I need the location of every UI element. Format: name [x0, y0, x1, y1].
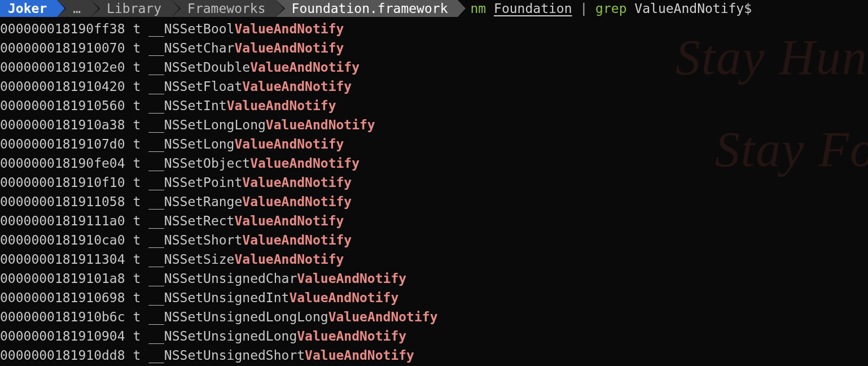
- output-line: 0000000181911304 t __NSSetSizeValueAndNo…: [0, 250, 868, 269]
- symbol-type: t: [133, 213, 141, 228]
- symbol-address: 0000000181910698: [0, 290, 125, 305]
- symbol-type: t: [133, 21, 141, 36]
- breadcrumb-item-label: Frameworks: [187, 1, 265, 16]
- symbol-prefix: __NSSetDouble: [148, 60, 250, 75]
- symbol-type: t: [133, 310, 141, 324]
- terminal-output[interactable]: 000000018190ff38 t __NSSetBoolValueAndNo…: [0, 17, 868, 365]
- output-line: 00000001819102e0 t __NSSetDoubleValueAnd…: [0, 58, 868, 77]
- breadcrumb: Joker … Library Frameworks Foundation.fr…: [0, 0, 868, 17]
- symbol-address: 0000000181910a38: [0, 117, 125, 132]
- symbol-type: t: [133, 117, 141, 132]
- symbol-address: 00000001819102e0: [0, 60, 125, 75]
- output-line: 000000018190fe04 t __NSSetObjectValueAnd…: [0, 154, 868, 173]
- symbol-address: 0000000181910f10: [0, 175, 125, 190]
- breadcrumb-item-label: Library: [107, 1, 161, 16]
- symbol-prefix: __NSSetUnsignedLong: [148, 329, 297, 343]
- grep-match: ValueAndNotify: [297, 271, 406, 286]
- output-line: 0000000181910f10 t __NSSetPointValueAndN…: [0, 173, 868, 192]
- symbol-prefix: __NSSetUnsignedInt: [148, 290, 289, 305]
- grep-match: ValueAndNotify: [250, 60, 360, 75]
- symbol-address: 000000018190fe04: [0, 156, 125, 171]
- symbol-type: t: [133, 137, 141, 151]
- grep-match: ValueAndNotify: [234, 137, 344, 151]
- symbol-type: t: [133, 60, 141, 75]
- symbol-prefix: __NSSetChar: [148, 41, 234, 55]
- symbol-address: 0000000181911304: [0, 252, 125, 267]
- symbol-prefix: __NSSetRange: [148, 194, 242, 209]
- breadcrumb-item-label: Foundation.framework: [292, 1, 448, 16]
- output-line: 0000000181911058 t __NSSetRangeValueAndN…: [0, 192, 868, 211]
- breadcrumb-ellipsis-label: …: [73, 1, 81, 16]
- symbol-type: t: [133, 348, 141, 363]
- symbol-address: 0000000181910904: [0, 329, 125, 343]
- grep-match: ValueAndNotify: [242, 233, 352, 247]
- grep-match: ValueAndNotify: [242, 79, 352, 94]
- cmd-pipe: |: [580, 1, 588, 16]
- grep-match: ValueAndNotify: [234, 213, 344, 228]
- grep-match: ValueAndNotify: [305, 348, 414, 363]
- grep-match: ValueAndNotify: [234, 252, 344, 267]
- grep-match: ValueAndNotify: [234, 21, 344, 36]
- output-line: 000000018190ff38 t __NSSetBoolValueAndNo…: [0, 19, 868, 38]
- symbol-address: 0000000181910ca0: [0, 233, 125, 247]
- output-line: 0000000181910ca0 t __NSSetShortValueAndN…: [0, 230, 868, 250]
- grep-match: ValueAndNotify: [328, 310, 438, 324]
- symbol-type: t: [133, 271, 141, 286]
- symbol-type: t: [133, 175, 141, 190]
- breadcrumb-item-current[interactable]: Foundation.framework: [276, 0, 458, 17]
- symbol-address: 0000000181910420: [0, 79, 125, 94]
- symbol-prefix: __NSSetUnsignedChar: [148, 271, 297, 286]
- output-line: 0000000181910b6c t __NSSetUnsignedLongLo…: [0, 307, 868, 326]
- symbol-type: t: [133, 98, 141, 113]
- symbol-prefix: __NSSetShort: [148, 233, 242, 247]
- symbol-prefix: __NSSetInt: [148, 98, 226, 113]
- grep-match: ValueAndNotify: [266, 117, 375, 132]
- symbol-prefix: __NSSetObject: [148, 156, 250, 171]
- output-line: 00000001819111a0 t __NSSetRectValueAndNo…: [0, 211, 868, 230]
- symbol-prefix: __NSSetRect: [148, 213, 234, 228]
- output-line: 0000000181910698 t __NSSetUnsignedIntVal…: [0, 288, 868, 307]
- symbol-prefix: __NSSetSize: [148, 252, 234, 267]
- symbol-address: 00000001819111a0: [0, 213, 125, 228]
- symbol-address: 000000018190ff38: [0, 21, 125, 36]
- cmd-nm: nm: [470, 1, 486, 16]
- grep-match: ValueAndNotify: [227, 98, 336, 113]
- output-line: 0000000181910420 t __NSSetFloatValueAndN…: [0, 77, 868, 96]
- symbol-address: 0000000181910b6c: [0, 310, 125, 324]
- breadcrumb-item-library[interactable]: Library: [91, 0, 172, 17]
- output-line: 00000001819101a8 t __NSSetUnsignedCharVa…: [0, 269, 868, 288]
- output-line: 0000000181910dd8 t __NSSetUnsignedShortV…: [0, 346, 868, 365]
- command-line[interactable]: nm Foundation | grep ValueAndNotify$: [458, 0, 752, 17]
- breadcrumb-item-frameworks[interactable]: Frameworks: [172, 0, 275, 17]
- grep-match: ValueAndNotify: [242, 194, 352, 209]
- symbol-type: t: [133, 233, 141, 247]
- symbol-type: t: [133, 156, 141, 171]
- symbol-prefix: __NSSetUnsignedShort: [148, 348, 305, 363]
- symbol-address: 00000001819101a8: [0, 271, 125, 286]
- cmd-grep-arg: ValueAndNotify$: [634, 1, 752, 16]
- symbol-type: t: [133, 290, 141, 305]
- symbol-address: 0000000181910560: [0, 98, 125, 113]
- output-line: 00000001819107d0 t __NSSetLongValueAndNo…: [0, 134, 868, 154]
- symbol-type: t: [133, 41, 141, 55]
- output-line: 0000000181910560 t __NSSetIntValueAndNot…: [0, 96, 868, 115]
- grep-match: ValueAndNotify: [289, 290, 398, 305]
- symbol-prefix: __NSSetFloat: [148, 79, 242, 94]
- symbol-type: t: [133, 329, 141, 343]
- symbol-type: t: [133, 194, 141, 209]
- symbol-address: 00000001819107d0: [0, 137, 125, 151]
- symbol-prefix: __NSSetBool: [148, 21, 234, 36]
- cmd-nm-arg: Foundation: [494, 1, 572, 16]
- symbol-type: t: [133, 79, 141, 94]
- output-line: 0000000181910904 t __NSSetUnsignedLongVa…: [0, 326, 868, 346]
- symbol-prefix: __NSSetUnsignedLongLong: [148, 310, 328, 324]
- cmd-grep: grep: [595, 1, 626, 16]
- breadcrumb-host[interactable]: Joker: [0, 0, 57, 17]
- symbol-type: t: [133, 252, 141, 267]
- symbol-prefix: __NSSetLongLong: [148, 117, 266, 132]
- output-line: 0000000181910070 t __NSSetCharValueAndNo…: [0, 38, 868, 58]
- symbol-prefix: __NSSetLong: [148, 137, 234, 151]
- symbol-address: 0000000181910dd8: [0, 348, 125, 363]
- symbol-address: 0000000181910070: [0, 41, 125, 55]
- breadcrumb-host-label: Joker: [8, 1, 47, 16]
